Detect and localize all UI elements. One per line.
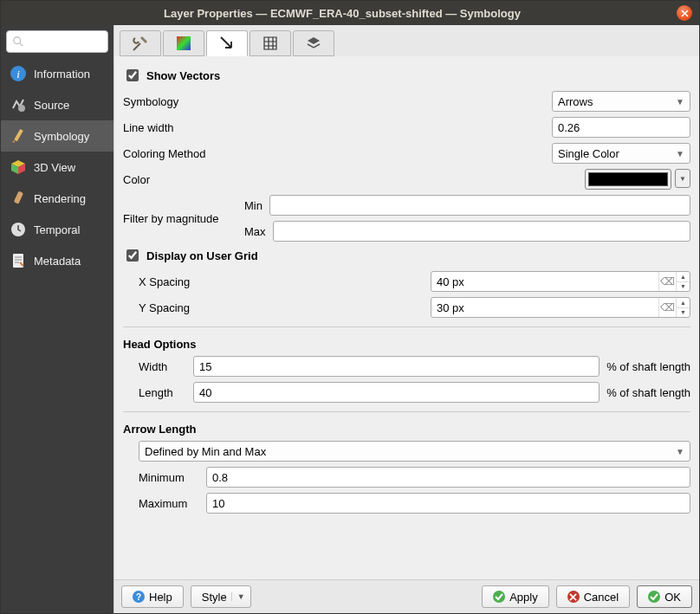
rendering-icon xyxy=(10,190,27,207)
sidebar-item-label: Metadata xyxy=(34,255,81,268)
symbology-tabs xyxy=(114,25,699,56)
dialog-window: Layer Properties — ECMWF_ERA-40_subset-s… xyxy=(0,0,700,614)
line-width-input[interactable]: ⌫ ▲▼ xyxy=(552,117,690,138)
close-icon[interactable] xyxy=(677,5,692,21)
check-icon xyxy=(493,591,505,603)
tab-general[interactable] xyxy=(120,30,161,56)
svg-point-0 xyxy=(14,37,21,44)
sidebar-item-3dview[interactable]: 3D View xyxy=(1,152,113,183)
svg-rect-9 xyxy=(177,36,191,50)
source-icon xyxy=(10,96,27,113)
sidebar-item-label: Source xyxy=(34,99,69,112)
spin-down-icon[interactable]: ▼ xyxy=(677,282,690,292)
divider xyxy=(123,326,690,327)
help-icon: ? xyxy=(133,591,145,603)
titlebar: Layer Properties — ECMWF_ERA-40_subset-s… xyxy=(1,1,699,25)
y-spacing-input[interactable]: ⌫ ▲▼ xyxy=(431,297,690,318)
x-spacing-input[interactable]: ⌫ ▲▼ xyxy=(431,271,690,292)
svg-rect-5 xyxy=(14,129,23,141)
y-spacing-field[interactable] xyxy=(431,298,658,317)
spin-up-icon[interactable]: ▲ xyxy=(677,272,690,282)
chevron-down-icon: ▼ xyxy=(676,149,684,158)
ok-button[interactable]: OK xyxy=(637,585,692,608)
y-spacing-label: Y Spacing xyxy=(139,301,208,314)
symbology-label: Symbology xyxy=(123,95,236,108)
arrow-min-label: Minimum xyxy=(139,471,199,484)
sidebar-item-source[interactable]: Source xyxy=(1,89,113,120)
user-grid-check[interactable] xyxy=(126,249,139,262)
clock-icon xyxy=(10,221,27,238)
arrow-icon xyxy=(218,35,236,52)
arrow-max-label: Maximum xyxy=(139,497,199,510)
symbology-icon xyxy=(10,127,27,145)
layers-icon xyxy=(305,35,322,52)
filter-min-input[interactable] xyxy=(269,195,690,216)
chevron-down-icon: ▼ xyxy=(676,97,684,107)
color-dropdown-button[interactable]: ▼ xyxy=(675,169,690,188)
clear-icon[interactable]: ⌫ xyxy=(658,298,676,317)
symbology-select[interactable]: Arrows ▼ xyxy=(552,91,690,112)
vectors-form: Show Vectors Symbology Arrows ▼ Line wid… xyxy=(114,56,699,579)
sidebar-item-label: 3D View xyxy=(34,161,75,174)
divider xyxy=(123,411,690,412)
style-label: Style xyxy=(202,591,227,604)
show-vectors-check[interactable] xyxy=(126,69,139,81)
chevron-down-icon: ▼ xyxy=(676,447,684,456)
filter-magnitude-label: Filter by magnitude xyxy=(123,212,236,225)
sidebar-item-metadata[interactable]: Metadata xyxy=(1,245,113,276)
tab-vectors[interactable] xyxy=(206,30,248,56)
sidebar-item-label: Rendering xyxy=(34,192,86,205)
spin-up-icon[interactable]: ▲ xyxy=(677,298,690,308)
search-input[interactable] xyxy=(6,30,108,53)
svg-text:i: i xyxy=(16,68,20,81)
sidebar-item-temporal[interactable]: Temporal xyxy=(1,214,113,245)
arrow-min-input[interactable] xyxy=(206,467,690,488)
arrow-mode-value: Defined by Min and Max xyxy=(145,445,266,458)
x-spacing-field[interactable] xyxy=(431,272,658,291)
user-grid-checkbox[interactable]: Display on User Grid xyxy=(123,247,690,264)
cube-icon xyxy=(10,158,27,176)
head-length-input[interactable] xyxy=(193,382,600,403)
line-width-label: Line width xyxy=(123,121,236,134)
coloring-method-value: Single Color xyxy=(558,147,619,160)
apply-button[interactable]: Apply xyxy=(482,585,549,608)
sidebar-item-label: Temporal xyxy=(34,223,80,236)
style-button[interactable]: Style ▼ xyxy=(191,585,251,608)
cancel-label: Cancel xyxy=(584,591,619,604)
svg-line-1 xyxy=(20,43,23,47)
filter-max-input[interactable] xyxy=(273,221,690,242)
symbology-value: Arrows xyxy=(558,95,593,108)
sidebar-item-symbology[interactable]: Symbology xyxy=(1,120,113,152)
head-width-input[interactable] xyxy=(193,356,600,377)
gradient-icon xyxy=(175,35,192,52)
sidebar-item-rendering[interactable]: Rendering xyxy=(1,183,113,214)
tab-mesh[interactable] xyxy=(250,30,291,56)
content-panel: Show Vectors Symbology Arrows ▼ Line wid… xyxy=(113,25,699,613)
search-icon xyxy=(12,36,24,48)
coloring-method-select[interactable]: Single Color ▼ xyxy=(552,143,690,164)
info-icon: i xyxy=(10,65,27,82)
show-vectors-label: Show Vectors xyxy=(146,69,220,82)
color-label: Color xyxy=(123,173,236,186)
tab-rendering[interactable] xyxy=(293,30,334,56)
spin-down-icon[interactable]: ▼ xyxy=(677,308,690,318)
help-label: Help xyxy=(149,591,172,604)
cancel-button[interactable]: Cancel xyxy=(556,585,630,608)
coloring-method-label: Coloring Method xyxy=(123,147,236,160)
color-button[interactable] xyxy=(585,169,671,190)
sidebar: i Information Source Symbology xyxy=(1,25,113,613)
user-grid-label: Display on User Grid xyxy=(146,249,258,262)
tab-contours[interactable] xyxy=(163,30,204,56)
arrow-max-input[interactable] xyxy=(206,493,690,514)
sidebar-item-information[interactable]: i Information xyxy=(1,58,113,89)
help-button[interactable]: ? Help xyxy=(121,585,184,608)
line-width-field[interactable] xyxy=(553,118,699,137)
head-length-suffix: % of shaft length xyxy=(606,386,690,399)
head-length-label: Length xyxy=(139,386,186,399)
arrow-mode-select[interactable]: Defined by Min and Max ▼ xyxy=(139,441,690,462)
show-vectors-checkbox[interactable]: Show Vectors xyxy=(123,67,690,84)
head-width-suffix: % of shaft length xyxy=(606,360,690,373)
clear-icon[interactable]: ⌫ xyxy=(658,272,676,291)
grid-icon xyxy=(262,35,279,52)
sidebar-item-label: Symbology xyxy=(34,130,89,143)
